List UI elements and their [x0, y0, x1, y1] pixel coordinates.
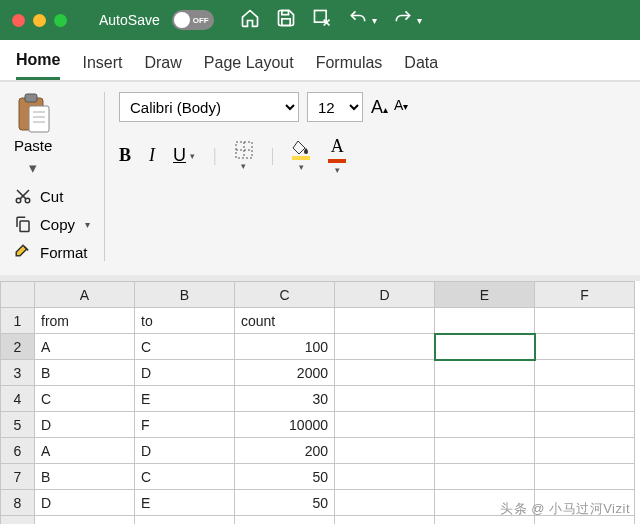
italic-button[interactable]: I [149, 145, 155, 166]
format-painter-button[interactable]: Format [14, 243, 90, 261]
redo-icon[interactable] [393, 8, 413, 32]
cell-B3[interactable]: D [135, 360, 235, 386]
cell-D5[interactable] [335, 412, 435, 438]
decrease-font-button[interactable]: A▾ [394, 97, 408, 118]
cell-F2[interactable] [535, 334, 635, 360]
tab-home[interactable]: Home [16, 51, 60, 80]
tab-draw[interactable]: Draw [144, 54, 181, 80]
save-icon[interactable] [276, 8, 296, 32]
cell-C1[interactable]: count [235, 308, 335, 334]
cell-D7[interactable] [335, 464, 435, 490]
cell-E6[interactable] [435, 438, 535, 464]
tab-page-layout[interactable]: Page Layout [204, 54, 294, 80]
column-header-C[interactable]: C [235, 282, 335, 308]
minimize-icon[interactable] [33, 14, 46, 27]
cell-F5[interactable] [535, 412, 635, 438]
fill-color-button[interactable]: ▾ [292, 140, 310, 172]
cell-B4[interactable]: E [135, 386, 235, 412]
cell-A3[interactable]: B [35, 360, 135, 386]
cell-B7[interactable]: C [135, 464, 235, 490]
column-header-B[interactable]: B [135, 282, 235, 308]
tab-formulas[interactable]: Formulas [316, 54, 383, 80]
font-size-select[interactable]: 12 [307, 92, 363, 122]
row-header-3[interactable]: 3 [1, 360, 35, 386]
cell-C8[interactable]: 50 [235, 490, 335, 516]
spreadsheet-grid[interactable]: ABCDEF 1fromtocount2AC1003BD20004CE305DF… [0, 281, 640, 524]
undo-caret-icon[interactable]: ▾ [372, 15, 377, 26]
maximize-icon[interactable] [54, 14, 67, 27]
copy-button[interactable]: Copy ▾ [14, 215, 90, 233]
borders-button[interactable]: ▾ [235, 141, 253, 171]
autosave-toggle[interactable]: OFF [172, 10, 214, 30]
font-color-button[interactable]: A ▾ [328, 136, 346, 175]
column-header-F[interactable]: F [535, 282, 635, 308]
row-header-4[interactable]: 4 [1, 386, 35, 412]
divider: | [271, 145, 275, 166]
font-name-select[interactable]: Calibri (Body) [119, 92, 299, 122]
column-header-D[interactable]: D [335, 282, 435, 308]
cell-E7[interactable] [435, 464, 535, 490]
cell-E1[interactable] [435, 308, 535, 334]
cell-E4[interactable] [435, 386, 535, 412]
row-header-1[interactable]: 1 [1, 308, 35, 334]
cell-A8[interactable]: D [35, 490, 135, 516]
cell-E5[interactable] [435, 412, 535, 438]
cell-D4[interactable] [335, 386, 435, 412]
cell-C6[interactable]: 200 [235, 438, 335, 464]
row-header-2[interactable]: 2 [1, 334, 35, 360]
row-header-9[interactable]: 9 [1, 516, 35, 525]
cell-A9[interactable] [35, 516, 135, 525]
select-all-corner[interactable] [1, 282, 35, 308]
cell-F3[interactable] [535, 360, 635, 386]
cut-button[interactable]: Cut [14, 187, 90, 205]
cell-C5[interactable]: 10000 [235, 412, 335, 438]
paste-button[interactable]: Paste ▾ [14, 92, 52, 177]
cell-D1[interactable] [335, 308, 435, 334]
close-icon[interactable] [12, 14, 25, 27]
cell-F4[interactable] [535, 386, 635, 412]
cell-C3[interactable]: 2000 [235, 360, 335, 386]
cell-B5[interactable]: F [135, 412, 235, 438]
underline-button[interactable]: U▾ [173, 145, 195, 166]
cell-F1[interactable] [535, 308, 635, 334]
cell-D9[interactable] [335, 516, 435, 525]
cell-A6[interactable]: A [35, 438, 135, 464]
cell-A1[interactable]: from [35, 308, 135, 334]
home-icon[interactable] [240, 8, 260, 32]
cell-C7[interactable]: 50 [235, 464, 335, 490]
edit-icon[interactable] [312, 8, 332, 32]
cell-A5[interactable]: D [35, 412, 135, 438]
cell-E2[interactable] [435, 334, 535, 360]
tab-insert[interactable]: Insert [82, 54, 122, 80]
cell-F6[interactable] [535, 438, 635, 464]
cell-E3[interactable] [435, 360, 535, 386]
cell-D2[interactable] [335, 334, 435, 360]
row-header-7[interactable]: 7 [1, 464, 35, 490]
cell-B8[interactable]: E [135, 490, 235, 516]
row-header-6[interactable]: 6 [1, 438, 35, 464]
column-header-E[interactable]: E [435, 282, 535, 308]
redo-caret-icon[interactable]: ▾ [417, 15, 422, 26]
cell-D8[interactable] [335, 490, 435, 516]
column-header-A[interactable]: A [35, 282, 135, 308]
copy-label: Copy [40, 216, 75, 233]
cell-F7[interactable] [535, 464, 635, 490]
bold-button[interactable]: B [119, 145, 131, 166]
cell-B9[interactable] [135, 516, 235, 525]
cell-A7[interactable]: B [35, 464, 135, 490]
row-header-5[interactable]: 5 [1, 412, 35, 438]
cell-B1[interactable]: to [135, 308, 235, 334]
cell-B6[interactable]: D [135, 438, 235, 464]
cell-C9[interactable] [235, 516, 335, 525]
cell-C4[interactable]: 30 [235, 386, 335, 412]
row-header-8[interactable]: 8 [1, 490, 35, 516]
cell-A4[interactable]: C [35, 386, 135, 412]
cell-D6[interactable] [335, 438, 435, 464]
undo-icon[interactable] [348, 8, 368, 32]
cell-C2[interactable]: 100 [235, 334, 335, 360]
cell-B2[interactable]: C [135, 334, 235, 360]
tab-data[interactable]: Data [404, 54, 438, 80]
cell-A2[interactable]: A [35, 334, 135, 360]
increase-font-button[interactable]: A▴ [371, 97, 388, 118]
cell-D3[interactable] [335, 360, 435, 386]
